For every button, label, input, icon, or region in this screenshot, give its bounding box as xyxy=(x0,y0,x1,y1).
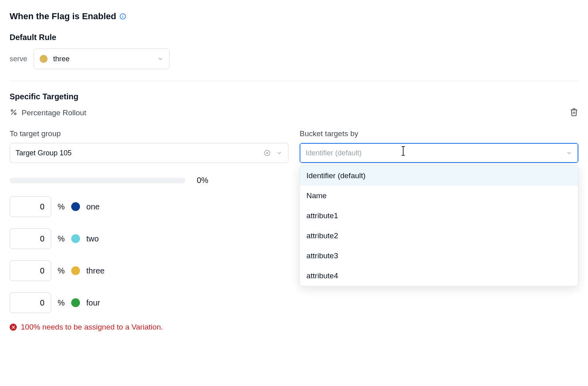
variation-percent-input[interactable] xyxy=(10,260,51,281)
variation-name: two xyxy=(86,234,99,243)
error-message: 100% needs to be assigned to a Variation… xyxy=(21,323,163,332)
bucket-by-placeholder: Identifier (default) xyxy=(306,149,564,157)
percent-sign: % xyxy=(58,234,65,243)
variation-row: %four xyxy=(10,292,288,313)
flag-enabled-title: When the Flag is Enabled xyxy=(10,11,116,22)
variation-percent-input[interactable] xyxy=(10,228,51,249)
percentage-rollout-label: Percentage Rollout xyxy=(10,108,86,118)
chevron-down-icon[interactable] xyxy=(274,148,284,158)
error-icon: ✕ xyxy=(10,324,17,331)
bucket-by-option[interactable]: Name xyxy=(300,186,578,206)
serve-value: three xyxy=(53,55,152,63)
bucket-by-option[interactable]: attribute4 xyxy=(300,266,578,286)
divider xyxy=(10,80,578,81)
default-rule-heading: Default Rule xyxy=(10,33,578,42)
bucket-by-label: Bucket targets by xyxy=(300,129,578,138)
chevron-down-icon xyxy=(157,56,164,62)
variation-swatch-icon xyxy=(71,234,80,243)
clear-icon[interactable] xyxy=(262,148,272,158)
bucket-by-dropdown[interactable]: Identifier (default)Nameattribute1attrib… xyxy=(300,165,578,286)
svg-point-5 xyxy=(14,113,16,115)
percent-sign: % xyxy=(58,266,65,275)
target-group-value: Target Group 105 xyxy=(16,149,262,157)
rollout-progress-bar xyxy=(10,178,186,183)
variation-name: three xyxy=(86,266,105,275)
rollout-progress-label: 0% xyxy=(197,176,208,185)
variation-row: %three xyxy=(10,260,288,281)
chevron-down-icon[interactable] xyxy=(564,148,574,158)
variation-swatch-icon xyxy=(71,202,80,211)
variation-swatch-icon xyxy=(71,298,80,307)
variation-name: four xyxy=(86,298,100,308)
target-group-label: To target group xyxy=(10,129,288,138)
svg-line-3 xyxy=(11,110,16,115)
svg-point-4 xyxy=(11,109,13,111)
delete-rollout-button[interactable] xyxy=(570,108,578,118)
bucket-by-select[interactable]: Identifier (default) xyxy=(300,143,578,163)
flag-enabled-header: When the Flag is Enabled xyxy=(10,11,578,22)
specific-targeting-heading: Specific Targeting xyxy=(10,92,578,101)
svg-point-2 xyxy=(123,15,124,16)
serve-select[interactable]: three xyxy=(34,48,170,69)
variation-percent-input[interactable] xyxy=(10,292,51,313)
bucket-by-option[interactable]: attribute3 xyxy=(300,246,578,266)
bucket-by-option[interactable]: attribute1 xyxy=(300,206,578,226)
serve-swatch-icon xyxy=(40,55,48,63)
bucket-by-option[interactable]: Identifier (default) xyxy=(300,166,578,186)
info-icon[interactable] xyxy=(119,13,126,20)
bucket-by-option[interactable]: attribute2 xyxy=(300,226,578,246)
variation-row: %two xyxy=(10,228,288,249)
percent-icon xyxy=(10,108,18,118)
variation-swatch-icon xyxy=(71,266,80,275)
rollout-error: ✕ 100% needs to be assigned to a Variati… xyxy=(10,323,288,332)
variation-percent-input[interactable] xyxy=(10,196,51,217)
serve-label: serve xyxy=(10,55,27,63)
variation-row: %one xyxy=(10,196,288,217)
percent-sign: % xyxy=(58,298,65,308)
variation-name: one xyxy=(86,202,100,211)
percent-sign: % xyxy=(58,202,65,211)
target-group-select[interactable]: Target Group 105 xyxy=(10,143,288,163)
